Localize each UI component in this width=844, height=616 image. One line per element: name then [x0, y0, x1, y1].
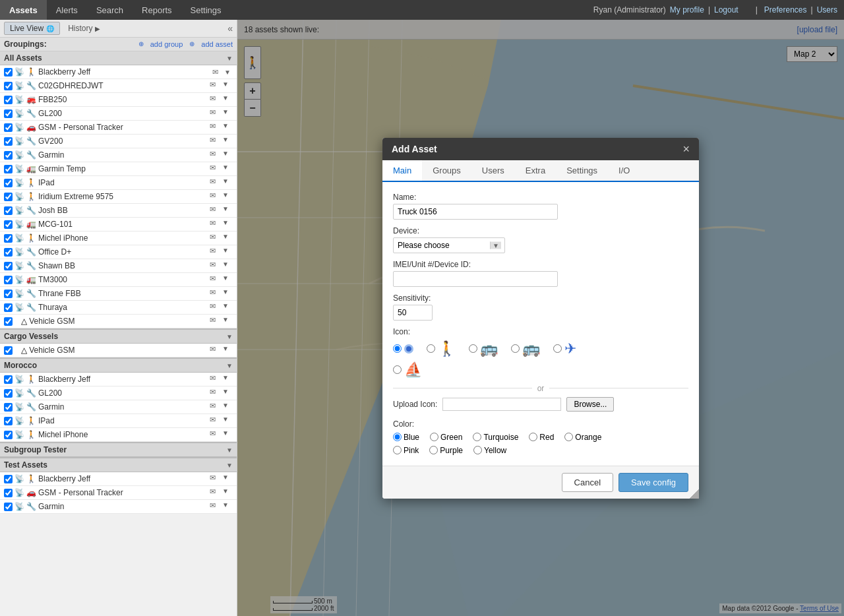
- asset-checkbox[interactable]: [4, 375, 13, 384]
- email-icon[interactable]: ✉: [210, 205, 220, 216]
- asset-name[interactable]: GSM - Personal Tracker: [38, 123, 208, 132]
- color-option-pink[interactable]: Pink: [393, 446, 419, 455]
- asset-name[interactable]: Garmin: [38, 502, 208, 511]
- users-link[interactable]: Users: [817, 5, 837, 15]
- asset-name[interactable]: GV200: [38, 137, 208, 146]
- asset-checkbox[interactable]: [4, 317, 13, 326]
- asset-name[interactable]: Vehicle GSM: [29, 317, 208, 326]
- imei-input[interactable]: [393, 271, 558, 287]
- asset-name[interactable]: IPad: [38, 178, 208, 187]
- asset-name[interactable]: FBB250: [38, 95, 208, 104]
- device-select[interactable]: Please choose: [393, 237, 505, 253]
- email-icon[interactable]: ✉: [210, 302, 220, 313]
- add-asset-link[interactable]: add asset: [201, 40, 233, 48]
- live-view-btn[interactable]: Live View 🌐: [4, 22, 60, 35]
- color-option-turquoise[interactable]: Turquoise: [473, 433, 518, 442]
- sensitivity-input[interactable]: [393, 305, 433, 321]
- color-option-red[interactable]: Red: [529, 433, 554, 442]
- group-header-test[interactable]: Test Assets ▼: [0, 457, 237, 472]
- modal-resize-handle[interactable]: [690, 489, 699, 499]
- preferences-link[interactable]: Preferences: [764, 5, 807, 15]
- asset-name[interactable]: Office D+: [38, 247, 208, 257]
- email-icon[interactable]: ✉: [210, 487, 220, 498]
- email-icon[interactable]: ✉: [210, 288, 220, 299]
- email-icon[interactable]: ✉: [210, 429, 220, 440]
- asset-name[interactable]: Michel iPhone: [38, 233, 208, 243]
- icon-option-plane[interactable]: ✈: [553, 340, 576, 357]
- email-icon[interactable]: ✉: [210, 501, 220, 512]
- expand-icon[interactable]: ▼: [222, 374, 233, 385]
- expand-icon[interactable]: ▼: [222, 487, 233, 498]
- expand-icon[interactable]: ▼: [222, 80, 233, 91]
- color-option-blue[interactable]: Blue: [393, 433, 419, 442]
- icon-option-dot[interactable]: [393, 344, 413, 354]
- email-icon[interactable]: ✉: [210, 316, 220, 326]
- asset-checkbox[interactable]: [4, 234, 13, 243]
- asset-checkbox[interactable]: [4, 346, 13, 355]
- expand-icon[interactable]: ▼: [222, 150, 233, 160]
- asset-checkbox[interactable]: [4, 389, 13, 398]
- modal-tab-groups[interactable]: Groups: [422, 160, 471, 181]
- email-icon[interactable]: ✉: [210, 416, 220, 426]
- email-icon[interactable]: ✉: [210, 474, 220, 484]
- group-header-subgroup[interactable]: Subgroup Tester ▼: [0, 442, 237, 457]
- browse-btn[interactable]: Browse...: [566, 397, 614, 412]
- email-icon[interactable]: ✉: [210, 233, 220, 243]
- icon-option-person[interactable]: 🚶: [427, 340, 456, 357]
- icon-option-truck[interactable]: 🚌: [511, 340, 540, 357]
- color-option-green[interactable]: Green: [430, 433, 462, 442]
- expand-icon[interactable]: ▼: [222, 122, 233, 133]
- tab-reports[interactable]: Reports: [133, 0, 181, 20]
- asset-checkbox[interactable]: [4, 303, 13, 312]
- add-group-link[interactable]: add group: [150, 40, 183, 48]
- asset-name[interactable]: C02GDHREDJWT: [38, 81, 208, 90]
- expand-icon[interactable]: ▼: [222, 219, 233, 230]
- asset-name[interactable]: Garmin Temp: [38, 164, 208, 173]
- asset-name[interactable]: GSM - Personal Tracker: [38, 488, 208, 497]
- asset-name[interactable]: Vehicle GSM: [29, 346, 208, 355]
- expand-icon[interactable]: ▼: [222, 205, 233, 216]
- asset-name[interactable]: GL200: [38, 388, 208, 398]
- asset-name[interactable]: Josh BB: [38, 206, 208, 215]
- asset-checkbox[interactable]: [4, 489, 13, 497]
- tab-alerts[interactable]: Alerts: [47, 0, 87, 20]
- asset-checkbox[interactable]: [4, 82, 13, 90]
- expand-icon[interactable]: ▼: [222, 247, 233, 257]
- expand-icon[interactable]: ▼: [222, 501, 233, 512]
- asset-name[interactable]: Blackberry Jeff: [38, 375, 208, 384]
- expand-icon[interactable]: ▼: [222, 108, 233, 119]
- email-icon[interactable]: ✉: [210, 108, 220, 119]
- asset-checkbox[interactable]: [4, 417, 13, 425]
- email-icon[interactable]: ✉: [210, 219, 220, 230]
- email-icon[interactable]: ✉: [210, 345, 220, 355]
- asset-name[interactable]: Blackberry Jeff: [38, 474, 208, 483]
- email-icon[interactable]: ✉: [210, 94, 220, 105]
- email-icon[interactable]: ✉: [210, 177, 220, 188]
- email-icon[interactable]: ✉: [210, 374, 220, 385]
- my-profile-link[interactable]: My profile: [670, 5, 704, 15]
- expand-icon[interactable]: ▼: [222, 402, 233, 412]
- email-icon[interactable]: ✉: [210, 67, 220, 77]
- expand-icon[interactable]: ▼: [222, 345, 233, 355]
- asset-checkbox[interactable]: [4, 137, 13, 146]
- expand-icon[interactable]: ▼: [222, 474, 233, 484]
- asset-checkbox[interactable]: [4, 96, 13, 104]
- email-icon[interactable]: ✉: [210, 80, 220, 91]
- asset-checkbox[interactable]: [4, 248, 13, 257]
- modal-close-btn[interactable]: ×: [682, 143, 690, 155]
- modal-tab-extra[interactable]: Extra: [515, 160, 556, 181]
- modal-tab-io[interactable]: I/O: [608, 160, 640, 181]
- expand-icon[interactable]: ▼: [222, 136, 233, 146]
- asset-checkbox[interactable]: [4, 262, 13, 270]
- color-option-yellow[interactable]: Yellow: [473, 446, 506, 455]
- logout-link[interactable]: Logout: [714, 5, 738, 15]
- asset-checkbox[interactable]: [4, 123, 13, 132]
- tab-search[interactable]: Search: [87, 0, 133, 20]
- asset-checkbox[interactable]: [4, 193, 13, 201]
- expand-icon[interactable]: ▼: [222, 261, 233, 271]
- email-icon[interactable]: ✉: [210, 402, 220, 412]
- asset-name[interactable]: IPad: [38, 416, 208, 425]
- asset-checkbox[interactable]: [4, 475, 13, 483]
- modal-tab-main[interactable]: Main: [382, 160, 422, 182]
- asset-name[interactable]: Shawn BB: [38, 261, 208, 270]
